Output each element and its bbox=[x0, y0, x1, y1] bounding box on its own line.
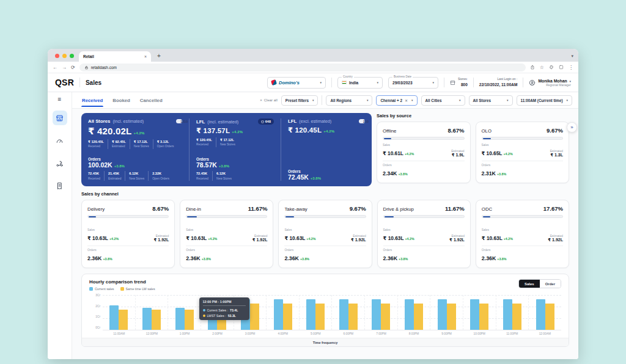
legend-current-sales: Current sales bbox=[89, 287, 114, 291]
chevron-down-icon: ▾ bbox=[566, 98, 568, 102]
back-icon[interactable]: ← bbox=[53, 65, 57, 70]
lw-sales-bar[interactable] bbox=[152, 310, 161, 330]
sidebar-item-performance[interactable] bbox=[53, 133, 67, 148]
remove-chip-icon[interactable]: ✕ bbox=[405, 98, 408, 103]
browser-menu-dots-icon[interactable]: ⋮ bbox=[569, 65, 573, 70]
maximize-window-button[interactable] bbox=[70, 54, 74, 58]
page-title: Sales bbox=[86, 79, 101, 86]
tab-booked[interactable]: Booked bbox=[112, 93, 131, 107]
reload-icon[interactable]: ⟳ bbox=[71, 65, 75, 70]
sidebar-item-reports[interactable] bbox=[53, 178, 67, 193]
current-sales-bar[interactable] bbox=[503, 299, 512, 330]
orders-delta: +3.8% bbox=[114, 164, 125, 168]
orders-value: 2.34K bbox=[383, 170, 397, 177]
bar-group[interactable] bbox=[430, 295, 463, 330]
sidebar-item-delivery[interactable] bbox=[53, 156, 67, 170]
minimize-window-button[interactable] bbox=[62, 54, 67, 58]
location-chip-dropdown[interactable]: Chennai + 2✕▾ bbox=[376, 95, 417, 106]
scroll-right-button[interactable]: » bbox=[567, 122, 577, 133]
profile-icon[interactable] bbox=[559, 65, 564, 70]
lw-sales-bar[interactable] bbox=[512, 304, 521, 330]
lw-sales-bar[interactable] bbox=[250, 304, 259, 330]
lw-sales-bar[interactable] bbox=[348, 304, 358, 330]
x-tick-label: 1:00PM bbox=[168, 332, 201, 335]
current-sales-bar[interactable] bbox=[274, 299, 283, 330]
tab-search-chevron-icon[interactable]: ▾ bbox=[571, 54, 573, 59]
bar-group[interactable] bbox=[529, 295, 561, 330]
current-sales-bar[interactable] bbox=[142, 308, 152, 330]
bar-group[interactable] bbox=[398, 295, 431, 330]
regions-dropdown[interactable]: All Regions▾ bbox=[326, 95, 372, 106]
clear-all-button[interactable]: ×Clear all bbox=[260, 98, 278, 102]
bar-group[interactable] bbox=[496, 295, 529, 330]
bar-group[interactable] bbox=[332, 295, 365, 330]
x-axis-title: Time frequency bbox=[313, 341, 338, 344]
card-title: Dine-in bbox=[186, 206, 201, 212]
progress-bar bbox=[383, 215, 465, 218]
user-menu[interactable]: Monika Mohan ▾ Regional Manager bbox=[529, 79, 571, 87]
orders-value: 2.36K bbox=[482, 255, 496, 261]
bar-group[interactable] bbox=[168, 295, 201, 330]
bookmark-star-icon[interactable]: ☆ bbox=[540, 65, 544, 70]
tab-cancelled[interactable]: Cancelled bbox=[139, 93, 163, 107]
toggle-order[interactable]: Order bbox=[540, 280, 561, 288]
lw-sales-bar[interactable] bbox=[479, 304, 488, 330]
lw-sales-bar[interactable] bbox=[414, 304, 423, 330]
lw-sales-bar[interactable] bbox=[185, 310, 194, 330]
estimated-value: ₹ 1.92L bbox=[153, 238, 169, 242]
browser-tab[interactable]: Retail × bbox=[79, 51, 151, 62]
stores-dropdown[interactable]: All Stores▾ bbox=[469, 95, 513, 106]
business-date-dropdown[interactable]: Business Date 29/03/2023 ▾ bbox=[388, 77, 438, 89]
y-axis: 3Cr2Cr1Cr0Cr bbox=[89, 295, 103, 330]
hamburger-menu-icon[interactable]: ≡ bbox=[58, 96, 62, 103]
tab-close-icon[interactable]: × bbox=[144, 54, 147, 59]
lw-sales-bar[interactable] bbox=[545, 304, 554, 330]
dashboard-scroll-area[interactable]: All Stores (incl. estimated) 1210 ₹ 420.… bbox=[72, 109, 578, 359]
current-sales-bar[interactable] bbox=[470, 299, 479, 330]
address-bar[interactable]: retaildash.com bbox=[79, 64, 526, 71]
current-sales-bar[interactable] bbox=[339, 299, 348, 330]
sales-value: ₹ 10.63L bbox=[87, 235, 108, 241]
current-sales-bar[interactable] bbox=[536, 299, 545, 330]
preset-filters-dropdown[interactable]: Preset filters▾ bbox=[281, 95, 319, 106]
lw-sales-bar[interactable] bbox=[119, 310, 128, 330]
brand-dropdown[interactable]: Domino's ▾ bbox=[267, 77, 326, 89]
bar-group[interactable] bbox=[136, 295, 169, 330]
bar-group[interactable] bbox=[300, 295, 333, 330]
new-tab-button[interactable]: + bbox=[157, 53, 161, 59]
sales-value: ₹ 10.63L bbox=[383, 235, 404, 241]
lw-sales-bar[interactable] bbox=[447, 304, 456, 330]
cities-dropdown[interactable]: All Cities▾ bbox=[421, 95, 465, 106]
url-text: retaildash.com bbox=[91, 65, 117, 70]
current-sales-bar[interactable] bbox=[372, 299, 381, 330]
bar-group[interactable] bbox=[267, 295, 300, 330]
channel-card: ODC17.67% Sales₹ 10.63L+4.2% Estimated₹ … bbox=[476, 200, 569, 268]
close-window-button[interactable] bbox=[55, 54, 59, 58]
lw-sales-bar[interactable] bbox=[381, 304, 390, 330]
sales-delta: +4.2% bbox=[133, 131, 144, 135]
chevron-down-icon: ▾ bbox=[312, 98, 314, 102]
window-controls[interactable] bbox=[55, 54, 74, 58]
bar-group[interactable] bbox=[463, 295, 496, 330]
bar-group[interactable] bbox=[365, 295, 398, 330]
forward-icon[interactable]: → bbox=[62, 65, 67, 70]
current-sales-bar[interactable] bbox=[175, 308, 185, 330]
x-tick-label: 11:00PM bbox=[496, 332, 529, 335]
bar-group[interactable] bbox=[103, 295, 136, 330]
toggle-sales[interactable]: Sales bbox=[519, 280, 540, 288]
sidebar: ≡ bbox=[48, 92, 72, 359]
tab-received[interactable]: Received bbox=[81, 93, 103, 107]
current-sales-bar[interactable] bbox=[306, 299, 315, 330]
lw-sales-bar[interactable] bbox=[283, 304, 292, 330]
desktop-background: Retail × + ▾ ← → ⟳ retaildash.com ☆ ⋮ bbox=[0, 0, 626, 364]
chevron-down-icon: ▾ bbox=[411, 98, 413, 102]
current-sales-bar[interactable] bbox=[405, 299, 414, 330]
time-dropdown[interactable]: 11:00AM (Current time)▾ bbox=[517, 95, 572, 106]
lw-sales-bar[interactable] bbox=[315, 304, 325, 330]
sidebar-item-sales[interactable] bbox=[53, 111, 67, 125]
current-sales-bar[interactable] bbox=[109, 305, 119, 330]
country-dropdown[interactable]: Country India ▾ bbox=[337, 77, 383, 89]
share-icon[interactable] bbox=[530, 65, 535, 70]
extensions-puzzle-icon[interactable] bbox=[549, 65, 554, 70]
current-sales-bar[interactable] bbox=[438, 299, 447, 330]
